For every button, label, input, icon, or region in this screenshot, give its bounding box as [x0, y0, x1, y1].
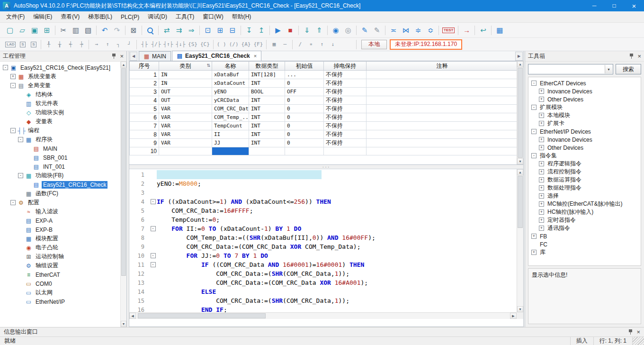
- table-cell[interactable]: VAR: [159, 130, 212, 139]
- project-tree-item[interactable]: ◈结构体: [0, 90, 126, 99]
- project-tree-item[interactable]: ◇功能块实例: [0, 108, 126, 117]
- table-cell[interactable]: 不保持: [324, 88, 367, 96]
- tree-expander-icon[interactable]: +: [539, 89, 544, 94]
- code-line[interactable]: 8COM_Temp_Data:=((SHR(xDataBuf[II],0)) A…: [129, 233, 517, 242]
- scroll-thumb[interactable]: [138, 313, 266, 318]
- code-line[interactable]: 10-FOR JJ:=0 TO 7 BY 1 DO: [129, 251, 517, 260]
- table-cell[interactable]: [367, 88, 518, 96]
- code-line[interactable]: 1: [129, 170, 517, 179]
- table-cell[interactable]: 0: [285, 96, 324, 105]
- table-cell[interactable]: 0: [285, 105, 324, 113]
- scroll-thumb[interactable]: [518, 68, 523, 158]
- table-cell[interactable]: VAR: [159, 122, 212, 130]
- coil-out-not-button[interactable]: (/): [228, 39, 240, 49]
- project-tree-item[interactable]: ▦函数(FC): [0, 189, 126, 198]
- table-cell[interactable]: xDataCount: [212, 79, 249, 88]
- pin-icon[interactable]: [629, 53, 634, 59]
- table-cell[interactable]: ...: [285, 71, 324, 79]
- return-back-button[interactable]: ↩: [477, 25, 489, 36]
- login-status-button[interactable]: 未登录:IP:192.168.1.170: [390, 39, 462, 50]
- table-cell[interactable]: BOOL: [249, 88, 285, 96]
- corner-down-tool-button[interactable]: ┐: [113, 39, 124, 49]
- code-line[interactable]: 14ELSE: [129, 287, 517, 296]
- project-tree-item[interactable]: ≡EtherCAT: [0, 270, 126, 279]
- ladder-align-bottom-button[interactable]: ≎: [424, 25, 437, 36]
- table-cell[interactable]: INT: [249, 79, 285, 88]
- scroll-left-arrow[interactable]: ◀: [129, 313, 136, 319]
- insert-row-above-button[interactable]: ╀: [43, 39, 54, 49]
- test-mode-button[interactable]: TEST: [441, 25, 456, 36]
- toolbox-tree-item[interactable]: +本地模块: [529, 111, 640, 119]
- project-tree-item[interactable]: ▦模块配置: [0, 234, 126, 243]
- stop-button[interactable]: ■: [284, 25, 296, 36]
- project-tree-item[interactable]: ▤EXP-B: [0, 225, 126, 234]
- coil-out-button[interactable]: ( ): [215, 39, 228, 49]
- code-line[interactable]: 15COM_CRC_Data:=(SHR(COM_CRC_Data,1));: [129, 296, 517, 305]
- toolbox-tree-item[interactable]: +Inovance Devices: [529, 87, 640, 95]
- open-project-button[interactable]: ▱: [16, 25, 28, 36]
- new-window-button[interactable]: ⊞: [214, 25, 226, 36]
- toolbox-tree-item[interactable]: FC: [529, 240, 640, 248]
- fold-toggle-icon[interactable]: -: [151, 262, 156, 267]
- table-cell[interactable]: xDataBuf: [212, 71, 249, 79]
- tree-expander-icon[interactable]: +: [539, 113, 544, 118]
- tab-close-icon[interactable]: ×: [254, 53, 257, 59]
- tree-expander-icon[interactable]: -: [18, 137, 23, 142]
- table-cell[interactable]: 8: [130, 130, 159, 139]
- tree-expander-icon[interactable]: +: [539, 193, 544, 199]
- table-cell[interactable]: [367, 113, 518, 122]
- table-cell[interactable]: 不保持: [324, 139, 367, 147]
- menu-item[interactable]: 查看(V): [56, 11, 84, 22]
- jump-to-run-button[interactable]: →: [460, 25, 473, 36]
- run-button[interactable]: ▶: [272, 25, 284, 36]
- offline-simulate-button[interactable]: ◎: [342, 25, 354, 36]
- tree-expander-icon[interactable]: -: [531, 129, 537, 134]
- table-cell[interactable]: 0: [285, 79, 324, 88]
- table-cell[interactable]: [249, 147, 285, 155]
- write-edit-button[interactable]: ✎: [371, 25, 383, 36]
- table-cell[interactable]: 4: [130, 96, 159, 105]
- tree-expander-icon[interactable]: +: [539, 209, 544, 215]
- save-all-button[interactable]: ⊞: [41, 25, 53, 36]
- toolbox-tree-item[interactable]: +MC轴控(EtherCAT&脉冲输出): [529, 200, 640, 208]
- table-cell[interactable]: 0: [285, 122, 324, 130]
- column-header[interactable]: 初始值: [285, 62, 324, 71]
- menu-item[interactable]: 文件(F): [2, 11, 29, 22]
- project-tree-scrollbar[interactable]: ▲ ▼: [120, 62, 126, 327]
- fold-toggle-icon[interactable]: -: [151, 253, 156, 258]
- menu-item[interactable]: 帮助(H): [228, 11, 256, 22]
- table-cell[interactable]: INT: [249, 105, 285, 113]
- table-cell[interactable]: 3: [130, 88, 159, 96]
- table-cell[interactable]: 7: [130, 122, 159, 130]
- project-tree-item[interactable]: ⚙轴组设置: [0, 261, 126, 270]
- device-monitor-button[interactable]: ▦: [493, 25, 506, 36]
- table-cell[interactable]: OUT: [159, 88, 212, 96]
- online-monitor-button[interactable]: ◉: [330, 25, 342, 36]
- code-line[interactable]: 12COM_CRC_Data:=(SHR(COM_CRC_Data,1));: [129, 269, 517, 278]
- column-header[interactable]: 注释: [367, 62, 518, 71]
- tree-expander-icon[interactable]: -: [531, 81, 537, 86]
- scroll-up-arrow[interactable]: ▲: [517, 61, 523, 67]
- project-tree-item[interactable]: ▤EXP-A: [0, 216, 126, 225]
- menu-item[interactable]: 调试(D): [143, 11, 171, 22]
- copy-button[interactable]: ▥: [70, 25, 82, 36]
- delete-button[interactable]: ⊠: [127, 25, 140, 36]
- menu-item[interactable]: 窗口(W): [198, 11, 227, 22]
- download-to-plc-button[interactable]: ⇓: [301, 25, 313, 36]
- tree-expander-icon[interactable]: +: [539, 169, 544, 174]
- project-tree-item[interactable]: +▦系统变量表: [0, 72, 126, 81]
- code-line[interactable]: 4-IF ((xDataCount>=1) AND (xDataCount<=2…: [129, 197, 517, 206]
- tree-expander-icon[interactable]: -: [10, 128, 16, 133]
- download-program-button[interactable]: ↧: [243, 25, 255, 36]
- contact-closed-button[interactable]: ┤/├: [150, 39, 162, 49]
- table-cell[interactable]: yENO: [212, 88, 249, 96]
- toolbox-tree-item[interactable]: +定时器指令: [529, 216, 640, 224]
- table-cell[interactable]: 不保持: [324, 96, 367, 105]
- move-down-button[interactable]: ↓: [327, 39, 338, 49]
- toolbox-tree-item[interactable]: +FB: [529, 232, 640, 240]
- sfc-step-button[interactable]: S: [17, 39, 28, 49]
- project-tree-item[interactable]: ≈输入滤波: [0, 207, 126, 216]
- undo-button[interactable]: ↶: [98, 25, 111, 36]
- tree-expander-icon[interactable]: +: [531, 250, 537, 255]
- project-tree-item[interactable]: -▦程序块: [0, 135, 126, 144]
